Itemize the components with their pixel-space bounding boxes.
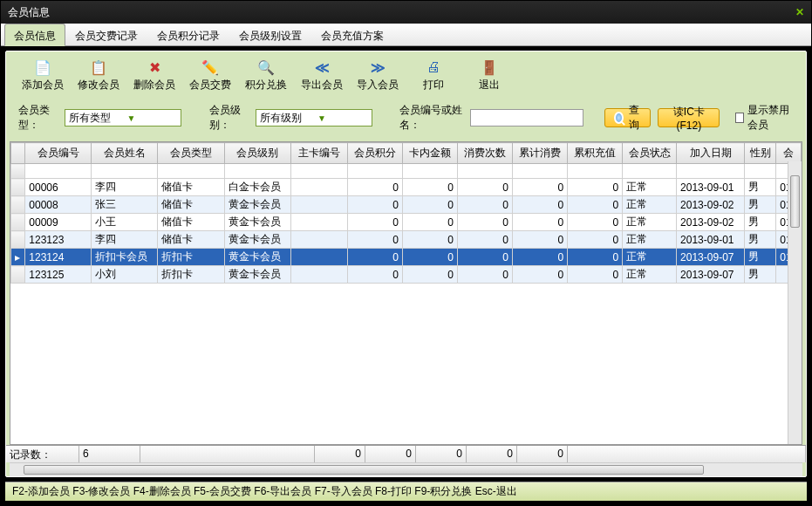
level-value: 所有级别 xyxy=(260,111,312,126)
print-button[interactable]: 🖨打印 xyxy=(407,57,460,94)
tab-3[interactable]: 会员级别设置 xyxy=(229,24,311,45)
summary-zero: 0 xyxy=(467,446,517,462)
tabstrip: 会员信息会员交费记录会员积分记录会员级别设置会员充值方案 xyxy=(1,24,811,46)
checkbox-icon xyxy=(735,113,743,123)
table-row[interactable]: 123123李四储值卡黄金卡会员00000正常2013-09-01男01- xyxy=(11,231,802,249)
chevron-down-icon: ▼ xyxy=(126,113,179,123)
edit-member-button[interactable]: 📋修改会员 xyxy=(72,57,125,94)
summary-zero: 0 xyxy=(416,446,467,462)
col-header[interactable]: 累计消费 xyxy=(513,143,568,164)
grid: 会员编号会员姓名会员类型会员级别主卡编号会员积分卡内金额消费次数累计消费累积充值… xyxy=(10,141,802,445)
read-ic-button[interactable]: 读IC卡(F12) xyxy=(658,108,720,127)
status-text: F2-添加会员 F3-修改会员 F4-删除会员 F5-会员交费 F6-导出会员 … xyxy=(12,484,517,499)
tab-1[interactable]: 会员交费记录 xyxy=(65,24,147,45)
pay-icon: ✏️ xyxy=(201,58,219,76)
summary-label: 记录数： xyxy=(6,446,79,462)
col-header[interactable]: 会 xyxy=(776,143,802,164)
col-header[interactable]: 累积充值 xyxy=(568,143,623,164)
export-member-button[interactable]: ≪导出会员 xyxy=(296,57,348,94)
col-header[interactable]: 会员编号 xyxy=(25,143,92,164)
type-value: 所有类型 xyxy=(69,111,121,126)
summary-count: 6 xyxy=(79,446,140,462)
ll-icon: ≪ xyxy=(315,58,330,76)
col-header[interactable]: 会员状态 xyxy=(623,143,677,164)
summary-zero: 0 xyxy=(517,446,568,462)
titlebar: 会员信息 ✕ xyxy=(1,1,811,24)
summary-row: 记录数：600000 xyxy=(6,445,806,462)
statusbar: F2-添加会员 F3-修改会员 F4-删除会员 F5-会员交费 F6-导出会员 … xyxy=(5,482,807,501)
col-header[interactable]: 性别 xyxy=(745,143,776,164)
window: 会员信息 ✕ 会员信息会员交费记录会员积分记录会员级别设置会员充值方案 📄添加会… xyxy=(0,0,812,506)
mag-icon: 🔍 xyxy=(257,58,275,76)
add-member-button[interactable]: 📄添加会员 xyxy=(17,57,69,94)
chevron-down-icon: ▼ xyxy=(317,113,370,123)
search-icon xyxy=(614,112,624,124)
rr-icon: ≫ xyxy=(371,58,386,76)
edit-icon: 📋 xyxy=(90,58,107,76)
tab-2[interactable]: 会员积分记录 xyxy=(147,24,229,45)
close-icon[interactable]: ✕ xyxy=(795,6,804,18)
del-icon: ✖ xyxy=(149,58,160,76)
window-title: 会员信息 xyxy=(8,5,50,20)
table-row[interactable]: ▸123124折扣卡会员折扣卡黄金卡会员00000正常2013-09-07男01… xyxy=(11,249,802,266)
filter-bar: 会员类型： 所有类型 ▼ 会员级别： 所有级别 ▼ 会员编号或姓名： 查询 读I… xyxy=(6,98,806,141)
summary-zero: 0 xyxy=(315,446,365,462)
col-header[interactable]: 会员姓名 xyxy=(92,143,158,164)
col-header[interactable]: 加入日期 xyxy=(677,143,745,164)
col-header[interactable]: 卡内金额 xyxy=(402,143,457,164)
add-icon: 📄 xyxy=(34,58,51,76)
level-combo[interactable]: 所有级别 ▼ xyxy=(256,109,372,126)
col-header[interactable]: 会员积分 xyxy=(347,143,402,164)
summary-zero: 0 xyxy=(365,446,416,462)
content-panel: 📄添加会员📋修改会员✖删除会员✏️会员交费🔍积分兑换≪导出会员≫导入会员🖨打印🚪… xyxy=(5,51,807,477)
search-label: 会员编号或姓名： xyxy=(399,103,463,133)
vertical-scrollbar[interactable] xyxy=(788,161,802,444)
print-icon: 🖨 xyxy=(426,58,440,76)
col-header[interactable]: 会员级别 xyxy=(224,143,290,164)
tab-4[interactable]: 会员充值方案 xyxy=(311,24,393,45)
level-label: 会员级别： xyxy=(209,103,249,133)
query-button[interactable]: 查询 xyxy=(604,108,652,127)
table-row[interactable]: 00006李四储值卡白金卡会员00000正常2013-09-01男01- xyxy=(11,179,802,196)
row-header-corner xyxy=(11,143,25,164)
tab-0[interactable]: 会员信息 xyxy=(4,24,65,46)
type-label: 会员类型： xyxy=(18,103,58,133)
data-table[interactable]: 会员编号会员姓名会员类型会员级别主卡编号会员积分卡内金额消费次数累计消费累积充值… xyxy=(10,142,802,284)
exit-button[interactable]: 🚪退出 xyxy=(463,57,515,94)
horizontal-scrollbar[interactable] xyxy=(10,462,802,476)
show-disabled-check[interactable]: 显示禁用会员 xyxy=(735,103,794,133)
search-input[interactable] xyxy=(470,109,583,126)
exit-icon: 🚪 xyxy=(481,58,498,76)
table-row[interactable]: 00008张三储值卡黄金卡会员00000正常2013-09-02男01- xyxy=(11,196,802,214)
col-header[interactable]: 主卡编号 xyxy=(290,143,347,164)
toolbar: 📄添加会员📋修改会员✖删除会员✏️会员交费🔍积分兑换≪导出会员≫导入会员🖨打印🚪… xyxy=(6,51,806,98)
points-exchange-button[interactable]: 🔍积分兑换 xyxy=(240,57,292,94)
type-combo[interactable]: 所有类型 ▼ xyxy=(65,109,181,126)
import-member-button[interactable]: ≫导入会员 xyxy=(351,57,404,94)
table-row[interactable]: 123125小刘折扣卡黄金卡会员00000正常2013-09-07男 xyxy=(11,266,802,284)
col-header[interactable]: 消费次数 xyxy=(457,143,512,164)
delete-member-button[interactable]: ✖删除会员 xyxy=(128,57,181,94)
member-pay-button[interactable]: ✏️会员交费 xyxy=(184,57,236,94)
table-row[interactable]: 00009小王储值卡黄金卡会员00000正常2013-09-02男01- xyxy=(11,214,802,231)
col-header[interactable]: 会员类型 xyxy=(158,143,224,164)
